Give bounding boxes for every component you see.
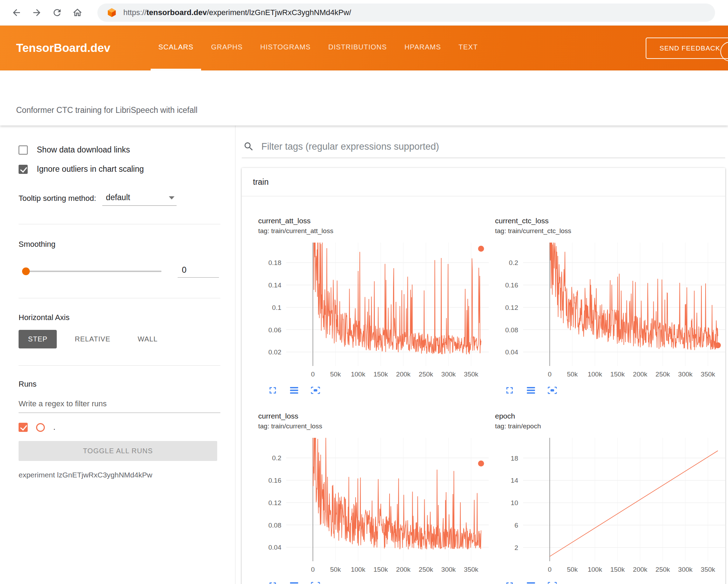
svg-text:0: 0 (311, 566, 315, 573)
smoothing-slider[interactable] (23, 271, 162, 272)
back-button[interactable] (8, 5, 25, 21)
log-scale-toggle-icon[interactable] (526, 580, 536, 584)
chart-toolbar (267, 385, 495, 396)
log-scale-toggle-icon[interactable] (289, 385, 300, 396)
svg-text:300k: 300k (678, 371, 693, 378)
slider-thumb[interactable] (22, 267, 30, 275)
chart-toolbar (504, 385, 725, 396)
chart-canvas-current_ctc_loss[interactable]: 0.040.080.120.160.2050k100k150k200k250k3… (495, 238, 725, 379)
svg-text:0.06: 0.06 (268, 326, 281, 334)
ignore-outliers-checkbox[interactable] (19, 165, 28, 174)
experiment-subtitle: Conformer CTC training for LibriSpeech w… (16, 106, 198, 115)
fit-domain-icon[interactable] (310, 580, 321, 584)
show-download-links-checkbox[interactable] (19, 145, 28, 155)
chart-canvas-current_att_loss[interactable]: 0.020.060.10.140.18050k100k150k200k250k3… (258, 238, 489, 379)
charts-grid: current_att_losstag: train/current_att_l… (242, 196, 725, 584)
divider (19, 224, 220, 224)
svg-text:250k: 250k (655, 566, 670, 573)
svg-text:200k: 200k (633, 371, 648, 378)
log-scale-toggle-icon[interactable] (526, 385, 536, 396)
run-checkbox[interactable] (19, 423, 28, 432)
forward-button[interactable] (29, 5, 45, 21)
svg-text:50k: 50k (330, 371, 341, 378)
address-bar[interactable]: https://tensorboard.dev/experiment/lzGnE… (97, 4, 715, 22)
chart-tag: tag: train/current_loss (258, 422, 495, 430)
fit-domain-icon[interactable] (547, 580, 558, 584)
divider (19, 298, 220, 298)
fit-domain-icon[interactable] (310, 385, 321, 396)
chart-title: current_att_loss (258, 217, 495, 225)
tab-hparams[interactable]: HPARAMS (397, 26, 448, 70)
horizontal-axis-label: Horizontal Axis (19, 313, 220, 322)
chart-tag: tag: train/epoch (495, 422, 725, 430)
fullscreen-icon[interactable] (267, 580, 278, 584)
home-button[interactable] (69, 5, 85, 21)
tab-histograms[interactable]: HISTOGRAMS (253, 26, 318, 70)
fullscreen-icon[interactable] (504, 385, 515, 396)
tab-graphs[interactable]: GRAPHS (203, 26, 250, 70)
fit-domain-icon[interactable] (547, 385, 558, 396)
svg-text:0.1: 0.1 (272, 304, 281, 311)
svg-text:0: 0 (548, 371, 552, 378)
divider (19, 365, 220, 366)
chart-canvas-epoch[interactable]: 26101418050k100k150k200k250k300k350k (495, 434, 725, 575)
chart-current_att_loss: current_att_losstag: train/current_att_l… (258, 217, 495, 412)
svg-text:350k: 350k (701, 371, 715, 378)
svg-text:50k: 50k (567, 371, 578, 378)
toggle-all-runs-button[interactable]: TOGGLE ALL RUNS (19, 441, 217, 461)
svg-text:250k: 250k (419, 566, 433, 573)
smoothing-label: Smoothing (19, 240, 220, 249)
svg-text:0.12: 0.12 (505, 304, 518, 311)
axis-wall-button[interactable]: WALL (128, 330, 167, 348)
chart-epoch: epochtag: train/epoch26101418050k100k150… (495, 412, 725, 584)
log-scale-toggle-icon[interactable] (289, 580, 300, 584)
svg-text:250k: 250k (419, 371, 433, 378)
send-feedback-button[interactable]: SEND FEEDBACK (646, 38, 728, 59)
run-color-icon (36, 423, 45, 432)
chart-toolbar (504, 580, 725, 584)
runs-filter-input[interactable] (19, 397, 220, 413)
svg-text:200k: 200k (633, 566, 648, 573)
svg-text:0.2: 0.2 (509, 259, 518, 266)
search-icon (243, 141, 254, 152)
smoothing-row (19, 265, 220, 278)
svg-text:0.14: 0.14 (268, 281, 281, 289)
filter-tags-input[interactable] (261, 141, 725, 152)
svg-text:150k: 150k (373, 371, 388, 378)
back-arrow-icon (11, 7, 22, 18)
tensorboard-favicon-icon (107, 7, 117, 18)
svg-text:250k: 250k (655, 371, 670, 378)
tag-group-title[interactable]: train (242, 168, 725, 196)
tab-scalars[interactable]: SCALARS (151, 26, 201, 70)
fullscreen-icon[interactable] (267, 385, 278, 396)
svg-text:150k: 150k (373, 566, 388, 573)
svg-text:50k: 50k (567, 566, 578, 573)
chart-tag: tag: train/current_att_loss (258, 227, 495, 235)
train-card: train current_att_losstag: train/current… (242, 168, 725, 584)
chevron-down-icon (169, 196, 174, 199)
smoothing-value-input[interactable] (178, 265, 219, 278)
reload-button[interactable] (49, 5, 65, 21)
tab-distributions[interactable]: DISTRIBUTIONS (321, 26, 394, 70)
svg-text:0.04: 0.04 (268, 544, 281, 551)
chart-title: current_ctc_loss (495, 217, 725, 225)
axis-step-button[interactable]: STEP (19, 330, 57, 348)
filter-tags-row (242, 141, 725, 158)
chart-tag: tag: train/current_ctc_loss (495, 227, 725, 235)
tooltip-sorting-select[interactable]: default (102, 192, 177, 206)
experiment-id-label: experiment lzGnETjwRxC3yghNMd4kPw (19, 471, 220, 479)
fullscreen-icon[interactable] (504, 580, 515, 584)
axis-relative-button[interactable]: RELATIVE (65, 330, 120, 348)
settings-sidebar: Show data download links Ignore outliers… (0, 125, 235, 584)
chart-toolbar (267, 580, 495, 584)
svg-text:0.16: 0.16 (268, 477, 281, 484)
chart-canvas-current_loss[interactable]: 0.040.080.120.160.2050k100k150k200k250k3… (258, 434, 489, 575)
svg-text:100k: 100k (351, 566, 365, 573)
tab-text[interactable]: TEXT (451, 26, 486, 70)
forward-arrow-icon (32, 7, 42, 18)
home-icon (72, 7, 83, 18)
svg-text:0.2: 0.2 (272, 454, 281, 462)
svg-text:0.18: 0.18 (268, 259, 281, 266)
svg-text:300k: 300k (441, 566, 456, 573)
svg-text:150k: 150k (610, 371, 625, 378)
